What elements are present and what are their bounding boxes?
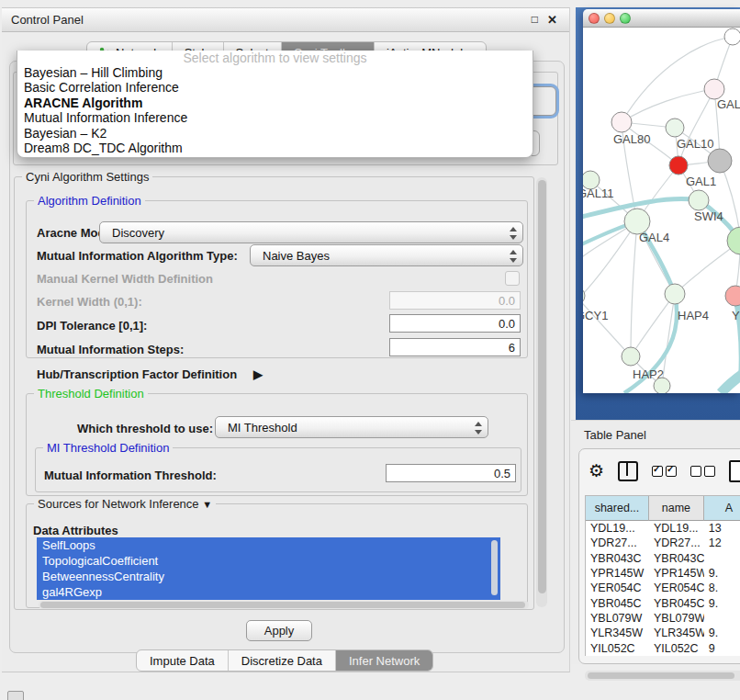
cyni-settings-title: Cyni Algorithm Settings [22,170,152,184]
table-cell: 9. [704,595,740,610]
dropdown-item-list: Bayesian – Hill ClimbingBasic Correlatio… [17,65,533,155]
dropdown-item[interactable]: Bayesian – K2 [17,126,533,141]
table-cell: 12 [704,536,740,550]
mi-steps-label: Mutual Information Steps: [37,343,184,356]
table-row[interactable]: YER054CYER054C8. [586,581,740,595]
hub-definition-label[interactable]: Hub/Transcription Factor Definition [37,367,237,381]
node-y[interactable] [725,286,740,306]
node-unlabeled[interactable] [654,378,670,393]
kernel-width-label: Kernel Width (0,1): [37,295,142,309]
dpi-tolerance-field[interactable]: 0.0 [389,314,521,333]
table-cell: YDL19... [649,521,704,536]
node-hap2[interactable] [622,347,640,366]
mi-steps-field[interactable]: 6 [389,338,521,356]
node-table: shared...nameA YDL19...YDL19...13YDR27..… [585,495,740,656]
dropdown-placeholder: Select algorithm to view settings [17,51,533,65]
dropdown-item[interactable]: Basic Correlation Inference [17,80,533,95]
node-gal10[interactable] [666,119,684,137]
node-unlabeled[interactable] [724,28,740,45]
table-panel-title: Table Panel [584,428,646,442]
column-header[interactable]: A [704,496,740,521]
settings-hscrollbar[interactable] [39,601,529,609]
gear-icon[interactable]: ⚙ [589,461,604,481]
table-cell: 13 [704,521,740,536]
dropdown-item[interactable]: Mutual Information Inference [17,110,533,125]
tab-discretize-data[interactable]: Discretize Data [229,650,336,671]
node-label: GAL80 [613,132,650,146]
close-traffic-icon[interactable] [589,13,600,24]
node-swi4[interactable] [689,190,709,210]
table-row[interactable]: YPR145WYPR145W9. [586,566,740,581]
node-label: SWI4 [694,209,723,223]
node-gal1[interactable] [669,156,688,175]
kernel-width-field[interactable]: 0.0 [389,291,521,310]
dropdown-item[interactable]: Dream8 DC_TDC Algorithm [17,141,533,155]
which-threshold-combobox[interactable]: MI Threshold [215,416,488,438]
sources-title: Sources for Network Inference ▼ [34,497,216,511]
manual-kernel-checkbox[interactable] [505,271,520,286]
node-label: GAL4 [639,231,669,244]
aracne-mode-combobox[interactable]: Discovery [99,221,523,243]
table-toolbar: ⚙ [589,460,740,482]
mi-type-label: Mutual Information Algorithm Type: [37,249,238,263]
control-panel-titlebar[interactable]: Control Panel □ ✕ [2,8,569,32]
float-window-icon[interactable]: □ [532,8,538,31]
minimize-traffic-icon[interactable] [604,13,615,24]
node-gcy1[interactable] [583,287,585,305]
collapsed-arrow-icon[interactable]: ▶ [253,367,263,381]
attribute-item[interactable]: SelfLoops [37,537,500,553]
minimized-window-icon[interactable] [7,691,24,700]
deselect-all-icon[interactable] [690,466,715,477]
mi-threshold-field[interactable]: 0.5 [386,464,516,482]
node-label: GAL1 [686,175,716,188]
table-row[interactable]: YIL052CYIL052C9 [586,640,740,655]
table-cell: 9. [704,626,740,640]
expanded-arrow-icon[interactable]: ▼ [202,499,212,510]
tab-infer-network[interactable]: Infer Network [336,650,432,671]
table-row[interactable]: YLR345WYLR345W9. [586,626,740,640]
table-cell: YBL079W [586,611,649,626]
table-cell: YDR27... [586,536,649,550]
table-row[interactable]: YDR27...YDR27...12 [586,536,740,550]
table-row[interactable]: YDL19...YDL19...13 [586,521,740,536]
column-layout-icon[interactable] [618,461,638,481]
dropdown-item[interactable]: ARACNE Algorithm [17,96,533,110]
column-header[interactable]: name [649,496,704,521]
table-header-row[interactable]: shared...nameA [586,496,740,521]
cyni-bottom-tabs: Impute Data Discretize Data Infer Networ… [136,649,433,672]
dpi-tolerance-label: DPI Tolerance [0,1]: [37,319,147,333]
close-icon[interactable]: ✕ [547,8,557,31]
zoom-traffic-icon[interactable] [620,13,631,24]
column-header[interactable]: shared... [586,496,649,521]
table-row[interactable]: YBR045CYBR045C9. [586,595,740,610]
network-view-window[interactable]: GALGAL80GAL10GAL1GAL11SWI4GAL4GCY1HAP4YH… [583,9,740,393]
attributes-scrollbar[interactable] [490,539,499,598]
node-hap4[interactable] [665,284,685,304]
tab-impute-data[interactable]: Impute Data [137,650,229,671]
attribute-item[interactable]: gal4RGexp [37,584,500,600]
algorithm-definition-title: Algorithm Definition [34,194,145,208]
settings-scrollbar[interactable] [536,177,547,607]
table-row[interactable]: YBL079WYBL079W [586,611,740,626]
mi-threshold-label: Mutual Information Threshold: [44,469,217,482]
attribute-item[interactable]: TopologicalCoefficient [37,553,500,569]
node-unlabeled[interactable] [708,149,732,173]
new-table-icon[interactable] [729,460,740,482]
table-row[interactable]: YBR043CYBR043C [586,551,740,566]
node-label: GCY1 [583,309,608,322]
attribute-item[interactable]: BetweennessCentrality [37,569,500,584]
network-window-titlebar[interactable] [583,9,740,28]
node-gal80[interactable] [611,112,632,132]
table-container: ⚙ shared...nameA YDL19...YDL19...13YDR27… [578,448,740,664]
table-hscrollbar[interactable] [585,671,740,681]
network-canvas[interactable]: GALGAL80GAL10GAL1GAL11SWI4GAL4GCY1HAP4YH… [583,28,740,393]
mi-threshold-title: MI Threshold Definition [43,441,173,455]
node-label: GAL11 [583,186,614,200]
select-all-icon[interactable] [652,466,677,477]
table-cell: YPR145W [649,566,704,581]
dropdown-item[interactable]: Bayesian – Hill Climbing [17,65,533,80]
table-cell: YBR043C [649,551,704,566]
apply-button[interactable]: Apply [246,620,312,641]
node-gal[interactable] [704,79,724,99]
mi-type-combobox[interactable]: Naive Bayes [250,244,523,266]
